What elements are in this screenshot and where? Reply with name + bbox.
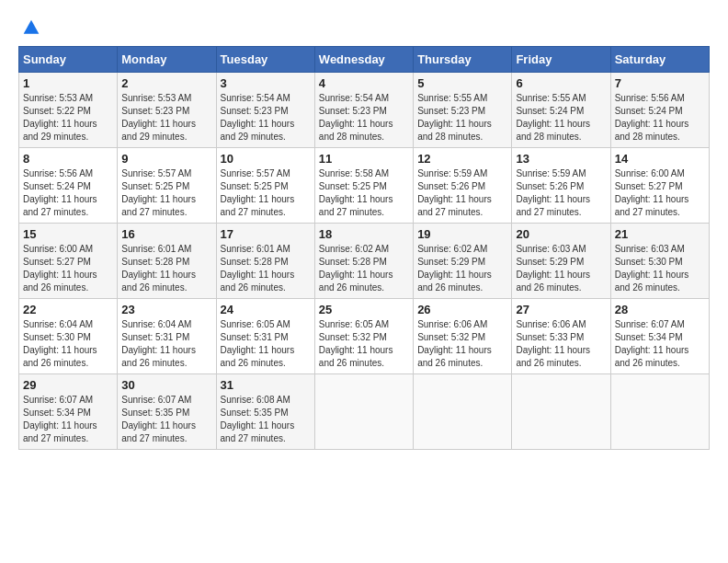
day-number: 31	[221, 378, 311, 392]
calendar-cell: 9 Sunrise: 5:57 AM Sunset: 5:25 PM Dayli…	[118, 148, 216, 224]
calendar-cell	[414, 374, 512, 450]
calendar-cell: 28 Sunrise: 6:07 AM Sunset: 5:34 PM Dayl…	[610, 299, 709, 374]
day-number: 6	[516, 76, 606, 90]
calendar-header-friday: Friday	[512, 47, 610, 73]
day-number: 3	[221, 76, 311, 90]
day-info: Sunrise: 6:07 AM Sunset: 5:35 PM Dayligh…	[121, 395, 196, 443]
calendar-header-sunday: Sunday	[19, 47, 118, 73]
calendar-week-row: 22 Sunrise: 6:04 AM Sunset: 5:30 PM Dayl…	[19, 299, 710, 374]
day-info: Sunrise: 6:03 AM Sunset: 5:29 PM Dayligh…	[516, 244, 590, 293]
calendar-cell: 30 Sunrise: 6:07 AM Sunset: 5:35 PM Dayl…	[118, 374, 216, 450]
calendar-cell: 10 Sunrise: 5:57 AM Sunset: 5:25 PM Dayl…	[216, 148, 314, 224]
calendar-header-wednesday: Wednesday	[314, 47, 413, 73]
day-info: Sunrise: 5:57 AM Sunset: 5:25 PM Dayligh…	[221, 168, 295, 217]
calendar-header-thursday: Thursday	[414, 47, 512, 73]
day-info: Sunrise: 6:03 AM Sunset: 5:30 PM Dayligh…	[615, 244, 689, 293]
day-number: 9	[121, 152, 211, 166]
day-number: 22	[23, 303, 113, 316]
calendar-body: 1 Sunrise: 5:53 AM Sunset: 5:22 PM Dayli…	[19, 73, 710, 450]
calendar-cell: 18 Sunrise: 6:02 AM Sunset: 5:28 PM Dayl…	[314, 224, 413, 299]
day-info: Sunrise: 5:55 AM Sunset: 5:24 PM Dayligh…	[516, 93, 590, 142]
day-info: Sunrise: 5:57 AM Sunset: 5:25 PM Dayligh…	[121, 168, 196, 217]
calendar-week-row: 15 Sunrise: 6:00 AM Sunset: 5:27 PM Dayl…	[19, 224, 710, 299]
calendar-cell: 29 Sunrise: 6:07 AM Sunset: 5:34 PM Dayl…	[19, 374, 118, 450]
calendar-cell: 27 Sunrise: 6:06 AM Sunset: 5:33 PM Dayl…	[512, 299, 610, 374]
calendar-cell: 22 Sunrise: 6:04 AM Sunset: 5:30 PM Dayl…	[19, 299, 118, 374]
day-number: 25	[319, 303, 409, 316]
logo	[18, 18, 40, 37]
day-info: Sunrise: 5:53 AM Sunset: 5:23 PM Dayligh…	[121, 93, 196, 142]
calendar-header-row: SundayMondayTuesdayWednesdayThursdayFrid…	[19, 47, 710, 73]
day-info: Sunrise: 6:04 AM Sunset: 5:30 PM Dayligh…	[23, 319, 97, 368]
day-number: 14	[615, 152, 705, 166]
day-number: 11	[319, 152, 409, 166]
calendar-cell: 26 Sunrise: 6:06 AM Sunset: 5:32 PM Dayl…	[414, 299, 512, 374]
day-number: 13	[516, 152, 606, 166]
day-info: Sunrise: 6:00 AM Sunset: 5:27 PM Dayligh…	[615, 168, 689, 217]
day-info: Sunrise: 5:59 AM Sunset: 5:26 PM Dayligh…	[417, 168, 492, 217]
calendar-cell: 7 Sunrise: 5:56 AM Sunset: 5:24 PM Dayli…	[610, 73, 709, 148]
day-number: 15	[23, 227, 113, 241]
logo-icon	[22, 18, 40, 37]
day-number: 19	[417, 227, 507, 241]
day-number: 8	[23, 152, 113, 166]
calendar-cell: 24 Sunrise: 6:05 AM Sunset: 5:31 PM Dayl…	[216, 299, 314, 374]
calendar-cell: 5 Sunrise: 5:55 AM Sunset: 5:23 PM Dayli…	[414, 73, 512, 148]
calendar-header-monday: Monday	[118, 47, 216, 73]
calendar-cell: 1 Sunrise: 5:53 AM Sunset: 5:22 PM Dayli…	[19, 73, 118, 148]
page-header	[18, 18, 710, 37]
calendar-header-saturday: Saturday	[610, 47, 709, 73]
calendar-cell: 25 Sunrise: 6:05 AM Sunset: 5:32 PM Dayl…	[314, 299, 413, 374]
day-info: Sunrise: 6:06 AM Sunset: 5:32 PM Dayligh…	[417, 319, 492, 368]
calendar-cell: 14 Sunrise: 6:00 AM Sunset: 5:27 PM Dayl…	[610, 148, 709, 224]
day-number: 4	[319, 76, 409, 90]
day-number: 26	[417, 303, 507, 316]
day-number: 17	[221, 227, 311, 241]
day-info: Sunrise: 6:06 AM Sunset: 5:33 PM Dayligh…	[516, 319, 590, 368]
calendar-cell: 21 Sunrise: 6:03 AM Sunset: 5:30 PM Dayl…	[610, 224, 709, 299]
calendar-cell: 20 Sunrise: 6:03 AM Sunset: 5:29 PM Dayl…	[512, 224, 610, 299]
day-number: 27	[516, 303, 606, 316]
calendar-table: SundayMondayTuesdayWednesdayThursdayFrid…	[18, 46, 710, 450]
day-info: Sunrise: 5:59 AM Sunset: 5:26 PM Dayligh…	[516, 168, 590, 217]
day-number: 5	[417, 76, 507, 90]
day-number: 20	[516, 227, 606, 241]
day-info: Sunrise: 5:56 AM Sunset: 5:24 PM Dayligh…	[615, 93, 689, 142]
day-number: 10	[221, 152, 311, 166]
calendar-week-row: 8 Sunrise: 5:56 AM Sunset: 5:24 PM Dayli…	[19, 148, 710, 224]
day-number: 7	[615, 76, 705, 90]
calendar-cell: 19 Sunrise: 6:02 AM Sunset: 5:29 PM Dayl…	[414, 224, 512, 299]
day-info: Sunrise: 6:07 AM Sunset: 5:34 PM Dayligh…	[615, 319, 689, 368]
svg-marker-0	[24, 20, 40, 34]
day-info: Sunrise: 5:54 AM Sunset: 5:23 PM Dayligh…	[319, 93, 393, 142]
calendar-header-tuesday: Tuesday	[216, 47, 314, 73]
calendar-cell: 17 Sunrise: 6:01 AM Sunset: 5:28 PM Dayl…	[216, 224, 314, 299]
day-number: 24	[221, 303, 311, 316]
calendar-cell: 15 Sunrise: 6:00 AM Sunset: 5:27 PM Dayl…	[19, 224, 118, 299]
day-info: Sunrise: 5:53 AM Sunset: 5:22 PM Dayligh…	[23, 93, 97, 142]
calendar-cell	[610, 374, 709, 450]
day-info: Sunrise: 6:02 AM Sunset: 5:28 PM Dayligh…	[319, 244, 393, 293]
day-number: 30	[121, 378, 211, 392]
day-number: 16	[121, 227, 211, 241]
day-info: Sunrise: 6:01 AM Sunset: 5:28 PM Dayligh…	[121, 244, 196, 293]
day-info: Sunrise: 6:01 AM Sunset: 5:28 PM Dayligh…	[221, 244, 295, 293]
day-info: Sunrise: 6:05 AM Sunset: 5:31 PM Dayligh…	[221, 319, 295, 368]
day-info: Sunrise: 6:07 AM Sunset: 5:34 PM Dayligh…	[23, 395, 97, 443]
calendar-cell: 13 Sunrise: 5:59 AM Sunset: 5:26 PM Dayl…	[512, 148, 610, 224]
day-info: Sunrise: 6:05 AM Sunset: 5:32 PM Dayligh…	[319, 319, 393, 368]
day-number: 12	[417, 152, 507, 166]
calendar-week-row: 1 Sunrise: 5:53 AM Sunset: 5:22 PM Dayli…	[19, 73, 710, 148]
day-number: 21	[615, 227, 705, 241]
calendar-cell: 3 Sunrise: 5:54 AM Sunset: 5:23 PM Dayli…	[216, 73, 314, 148]
day-info: Sunrise: 6:02 AM Sunset: 5:29 PM Dayligh…	[417, 244, 492, 293]
day-info: Sunrise: 6:04 AM Sunset: 5:31 PM Dayligh…	[121, 319, 196, 368]
day-number: 29	[23, 378, 113, 392]
calendar-cell: 23 Sunrise: 6:04 AM Sunset: 5:31 PM Dayl…	[118, 299, 216, 374]
calendar-cell: 8 Sunrise: 5:56 AM Sunset: 5:24 PM Dayli…	[19, 148, 118, 224]
day-info: Sunrise: 5:55 AM Sunset: 5:23 PM Dayligh…	[417, 93, 492, 142]
day-info: Sunrise: 6:08 AM Sunset: 5:35 PM Dayligh…	[221, 395, 295, 443]
calendar-cell	[314, 374, 413, 450]
calendar-cell: 12 Sunrise: 5:59 AM Sunset: 5:26 PM Dayl…	[414, 148, 512, 224]
day-number: 2	[121, 76, 211, 90]
